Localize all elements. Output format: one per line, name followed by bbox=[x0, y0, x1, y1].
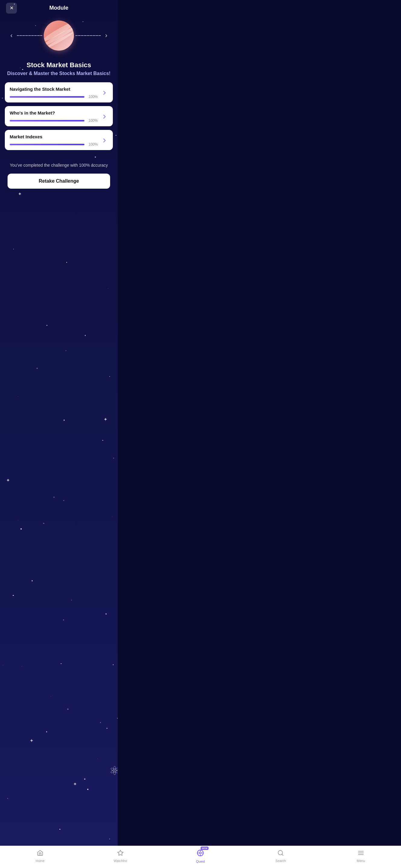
challenge-completion-text: You've completed the challenge with 100%… bbox=[6, 163, 112, 167]
star bbox=[117, 718, 118, 718]
progress-row-1: 100% bbox=[10, 95, 98, 99]
star bbox=[61, 663, 62, 664]
lesson-arrow-2 bbox=[101, 113, 108, 120]
star bbox=[13, 595, 14, 596]
lesson-left-3: Market Indexes 100% bbox=[10, 134, 98, 147]
star bbox=[13, 249, 14, 250]
close-button[interactable]: ✕ bbox=[6, 3, 17, 13]
progress-pct-2: 100% bbox=[87, 119, 98, 123]
planet-container bbox=[42, 19, 76, 52]
watchlist-icon bbox=[117, 849, 118, 858]
progress-pct-3: 100% bbox=[87, 142, 98, 147]
sparkle-star: ✦ bbox=[6, 477, 10, 483]
star bbox=[65, 350, 66, 351]
star bbox=[64, 420, 64, 421]
carousel-prev-button[interactable]: ‹ bbox=[6, 30, 17, 41]
star bbox=[46, 731, 47, 733]
module-planet bbox=[44, 21, 74, 51]
star bbox=[107, 728, 107, 729]
star bbox=[36, 368, 38, 369]
star bbox=[109, 838, 110, 839]
star bbox=[3, 665, 3, 665]
lesson-name-3: Market Indexes bbox=[10, 134, 98, 139]
star bbox=[7, 798, 8, 799]
sparkle-star: ✦ bbox=[73, 781, 77, 787]
sparkle-star: ✦ bbox=[104, 416, 107, 422]
lesson-card-1[interactable]: Navigating the Stock Market 100% bbox=[5, 82, 113, 102]
progress-bar-fill-3 bbox=[10, 144, 85, 145]
bottom-spacer bbox=[0, 195, 118, 219]
module-subtitle: Discover & Master the Stocks Market Basi… bbox=[6, 71, 112, 76]
star bbox=[63, 500, 64, 501]
star bbox=[21, 528, 22, 530]
lesson-name-2: Who's in the Market? bbox=[10, 110, 98, 116]
star bbox=[43, 523, 45, 524]
star bbox=[32, 580, 33, 581]
star bbox=[100, 722, 101, 723]
module-info: Stock Market Basics Discover & Master th… bbox=[0, 58, 118, 82]
lesson-card-2[interactable]: Who's in the Market? 100% bbox=[5, 106, 113, 126]
star bbox=[71, 600, 72, 600]
lesson-left-1: Navigating the Stock Market 100% bbox=[10, 87, 98, 99]
star bbox=[53, 497, 55, 498]
lesson-arrow-3 bbox=[101, 137, 108, 144]
module-carousel: ‹ › bbox=[0, 16, 118, 58]
star bbox=[66, 262, 67, 263]
carousel-line-right bbox=[76, 35, 101, 36]
nav-item-watchlist[interactable]: Watchlist bbox=[111, 849, 118, 863]
star bbox=[87, 789, 88, 790]
star bbox=[59, 829, 60, 830]
progress-row-2: 100% bbox=[10, 119, 98, 123]
nav-item-home[interactable]: Home bbox=[31, 849, 49, 863]
star bbox=[63, 620, 64, 620]
star bbox=[67, 709, 68, 710]
star bbox=[22, 666, 22, 667]
challenge-section: You've completed the challenge with 100%… bbox=[0, 154, 118, 195]
progress-bar-fill-2 bbox=[10, 120, 85, 121]
star bbox=[112, 516, 113, 517]
star bbox=[106, 613, 107, 615]
star bbox=[113, 458, 114, 458]
star bbox=[18, 396, 18, 397]
progress-bar-fill-1 bbox=[10, 96, 85, 98]
star bbox=[113, 664, 113, 665]
header: ✕ Module bbox=[0, 0, 118, 16]
star bbox=[85, 335, 86, 336]
progress-pct-1: 100% bbox=[87, 95, 98, 99]
lesson-left-2: Who's in the Market? 100% bbox=[10, 110, 98, 123]
star bbox=[97, 758, 98, 759]
star bbox=[47, 325, 48, 326]
star bbox=[18, 520, 19, 521]
lessons-list: Navigating the Stock Market 100% Who's i… bbox=[0, 82, 118, 150]
progress-bar-bg-2 bbox=[10, 120, 85, 121]
module-title: Stock Market Basics bbox=[6, 61, 112, 69]
star bbox=[109, 376, 110, 377]
carousel-line-left bbox=[17, 35, 42, 36]
progress-bar-bg-3 bbox=[10, 144, 85, 145]
carousel-next-button[interactable]: › bbox=[101, 30, 112, 41]
star bbox=[102, 440, 103, 441]
atom-decoration: ⚛ bbox=[109, 764, 118, 778]
bottom-navigation: Home Watchlist NEW Quest bbox=[0, 846, 118, 868]
nav-label-home: Home bbox=[36, 859, 45, 863]
lesson-arrow-1 bbox=[101, 89, 108, 96]
progress-row-3: 100% bbox=[10, 142, 98, 147]
header-title: Module bbox=[50, 5, 68, 11]
lesson-name-1: Navigating the Stock Market bbox=[10, 87, 98, 92]
progress-bar-bg-1 bbox=[10, 96, 85, 98]
screen: ✦✦✦✦✦✦ ✕ Module ‹ › Stock Market Basics … bbox=[0, 0, 118, 868]
retake-challenge-button[interactable]: Retake Challenge bbox=[7, 174, 110, 189]
lesson-card-3[interactable]: Market Indexes 100% bbox=[5, 130, 113, 150]
home-icon bbox=[37, 849, 44, 858]
star bbox=[108, 288, 108, 289]
sparkle-star: ✦ bbox=[30, 738, 33, 744]
star bbox=[51, 696, 51, 697]
nav-label-watchlist: Watchlist bbox=[114, 859, 118, 863]
star bbox=[84, 778, 85, 780]
